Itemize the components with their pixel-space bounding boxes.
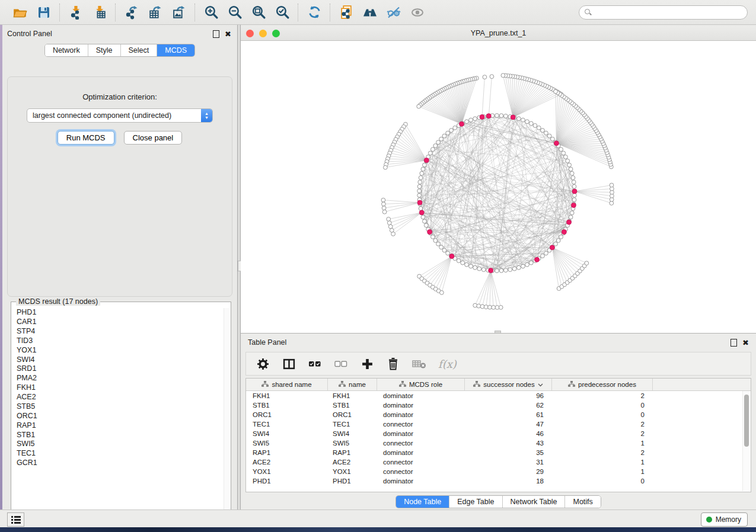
delete-table-icon[interactable]: [412, 357, 426, 371]
add-column-icon[interactable]: [360, 357, 374, 371]
float-panel-icon[interactable]: [213, 30, 219, 38]
table-row[interactable]: STB1STB1dominator620: [246, 400, 751, 410]
table-tab-network-table[interactable]: Network Table: [503, 496, 566, 508]
tab-style[interactable]: Style: [88, 44, 121, 56]
attribute-icon: [399, 381, 406, 388]
mcds-result-item[interactable]: STP4: [12, 327, 224, 336]
mcds-result-item[interactable]: STB5: [12, 402, 224, 412]
mcds-result-item[interactable]: PHD1: [12, 308, 224, 318]
run-mcds-button[interactable]: Run MCDS: [58, 131, 114, 145]
column-header-MCDS-role[interactable]: MCDS role: [377, 379, 465, 390]
column-header-shared-name[interactable]: shared name: [246, 379, 328, 390]
split-panel-icon[interactable]: [282, 357, 296, 371]
table-row[interactable]: SWI5SWI5connector431: [246, 438, 751, 448]
search-icon: [585, 9, 591, 15]
cell-predecessor-nodes: 0: [552, 477, 653, 485]
tab-select[interactable]: Select: [121, 44, 158, 56]
mcds-result-list[interactable]: PHD1CAR1STP4TID3YOX1SWI4SRD1PMA2FKH1ACE2…: [12, 308, 224, 521]
mcds-result-item[interactable]: FKH1: [12, 383, 224, 393]
mcds-result-item[interactable]: ACE2: [12, 393, 224, 402]
settings-icon[interactable]: [256, 357, 270, 371]
export-table-icon[interactable]: [148, 5, 163, 20]
zoom-selected-icon[interactable]: [275, 5, 290, 20]
table-tabs: Node TableEdge TableNetwork TableMotifs: [395, 495, 601, 508]
mcds-result-item[interactable]: SRD1: [12, 364, 224, 374]
table-row[interactable]: PHD1PHD1dominator180: [246, 476, 751, 486]
tab-mcds[interactable]: MCDS: [157, 44, 194, 56]
mcds-result-box: MCDS result (17 nodes) PHD1CAR1STP4TID3Y…: [11, 302, 231, 523]
select-all-icon[interactable]: [308, 357, 322, 371]
column-header-successor-nodes[interactable]: successor nodes: [465, 379, 552, 390]
export-image-icon[interactable]: [171, 5, 187, 20]
table-toolbar: f(x): [245, 352, 751, 376]
column-header-name[interactable]: name: [328, 379, 377, 390]
delete-column-icon[interactable]: [386, 357, 400, 371]
close-panel-button[interactable]: Close panel: [124, 131, 183, 145]
cell-name: TEC1: [328, 421, 377, 428]
table-row[interactable]: TEC1TEC1connector472: [246, 419, 751, 429]
mcds-result-item[interactable]: YOX1: [12, 346, 224, 355]
mcds-result-item[interactable]: PMA2: [12, 374, 224, 383]
table-tab-node-table[interactable]: Node Table: [396, 496, 449, 508]
hide-details-icon[interactable]: [386, 5, 401, 20]
node-table[interactable]: shared namenameMCDS rolesuccessor nodesp…: [245, 378, 751, 492]
export-network-icon[interactable]: [124, 5, 139, 20]
mcds-result-scrollbar[interactable]: [224, 308, 230, 521]
binoculars-icon[interactable]: [362, 5, 378, 20]
column-header-predecessor-nodes[interactable]: predecessor nodes: [552, 379, 653, 390]
network-view[interactable]: [241, 41, 756, 333]
zoom-fit-icon[interactable]: [251, 5, 266, 20]
zoom-in-icon[interactable]: [203, 5, 219, 20]
show-details-icon[interactable]: [410, 5, 425, 20]
import-network-icon[interactable]: [68, 5, 84, 20]
table-tab-edge-table[interactable]: Edge Table: [449, 496, 502, 508]
float-table-panel-icon[interactable]: [731, 339, 737, 347]
deselect-all-icon[interactable]: [334, 357, 348, 371]
cell-MCDS-role: connector: [377, 440, 465, 447]
table-row[interactable]: FKH1FKH1dominator962: [246, 391, 751, 400]
network-window-title: YPA_prune.txt_1: [241, 29, 756, 37]
cell-MCDS-role: dominator: [377, 402, 465, 409]
cell-MCDS-role: dominator: [377, 411, 465, 418]
memory-button[interactable]: Memory: [701, 512, 748, 527]
table-body: FKH1FKH1dominator962STB1STB1dominator620…: [246, 391, 751, 486]
mcds-result-item[interactable]: SWI5: [12, 440, 224, 449]
search-input[interactable]: [595, 8, 742, 17]
mcds-result-item[interactable]: CAR1: [12, 318, 224, 327]
application-window: Control Panel ✖ NetworkStyleSelectMCDS O…: [0, 0, 756, 532]
network-graph[interactable]: [241, 41, 756, 333]
mcds-result-item[interactable]: TEC1: [12, 449, 224, 459]
table-tab-motifs[interactable]: Motifs: [565, 496, 600, 508]
optimization-select[interactable]: largest connected component (undirected)…: [27, 108, 213, 123]
share-document-icon[interactable]: [339, 5, 354, 20]
table-row[interactable]: RAP1RAP1dominator352: [246, 448, 751, 457]
refresh-icon[interactable]: [307, 5, 322, 20]
table-row[interactable]: ORC1ORC1dominator610: [246, 410, 751, 419]
zoom-out-icon[interactable]: [227, 5, 243, 20]
table-panel-title: Table Panel: [248, 338, 286, 347]
cell-name: SWI4: [328, 430, 377, 437]
search-field[interactable]: [579, 5, 748, 20]
attribute-icon: [339, 381, 346, 388]
mcds-result-item[interactable]: GCR1: [12, 459, 224, 468]
table-scrollbar[interactable]: [742, 391, 750, 491]
save-icon[interactable]: [36, 5, 52, 20]
cell-predecessor-nodes: 1: [552, 468, 653, 475]
table-scrollbar-thumb[interactable]: [744, 395, 749, 447]
mcds-result-item[interactable]: STB1: [12, 430, 224, 440]
mcds-result-item[interactable]: TID3: [12, 336, 224, 346]
table-row[interactable]: YOX1YOX1connector291: [246, 467, 751, 476]
close-table-panel-icon[interactable]: ✖: [742, 339, 749, 347]
mcds-result-item[interactable]: RAP1: [12, 421, 224, 431]
table-row[interactable]: SWI4SWI4dominator462: [246, 429, 751, 438]
close-panel-icon[interactable]: ✖: [225, 30, 231, 38]
memory-status-icon: [706, 517, 712, 523]
mcds-result-item[interactable]: SWI4: [12, 355, 224, 364]
import-table-icon[interactable]: [92, 5, 107, 20]
mcds-result-item[interactable]: ORC1: [12, 412, 224, 421]
open-file-icon[interactable]: [12, 5, 28, 20]
tab-network[interactable]: Network: [45, 44, 88, 56]
table-row[interactable]: ACE2ACE2connector311: [246, 457, 751, 467]
cell-successor-nodes: 18: [465, 477, 552, 485]
task-history-button[interactable]: [7, 512, 24, 527]
